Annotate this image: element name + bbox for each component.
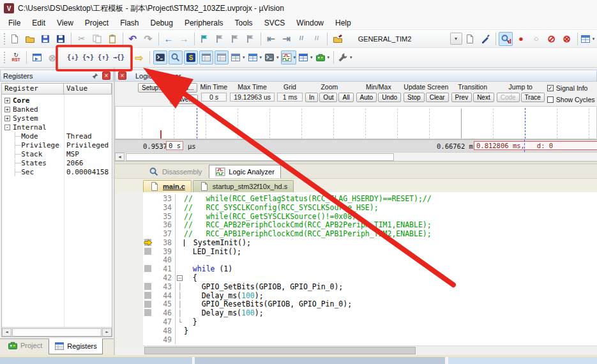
run-to-cursor-icon[interactable]: →{} bbox=[112, 50, 126, 64]
register-row[interactable]: ├─PrivilegePrivileged bbox=[2, 140, 112, 149]
load-button[interactable]: Load... bbox=[170, 83, 198, 93]
register-row[interactable]: ├─ModeThread bbox=[2, 132, 112, 140]
command-window-icon[interactable] bbox=[153, 50, 167, 64]
tree-toggle-icon[interactable]: + bbox=[4, 116, 10, 121]
file-extensions-icon[interactable] bbox=[463, 32, 477, 46]
step-out-icon[interactable]: {↑} bbox=[96, 50, 110, 64]
tree-toggle-icon[interactable]: + bbox=[4, 98, 10, 103]
scroll-left-icon[interactable]: ◄ bbox=[115, 153, 125, 161]
breakpoint-gutter[interactable] bbox=[143, 212, 153, 221]
clear-bookmarks-icon[interactable] bbox=[243, 32, 257, 46]
menu-view[interactable]: View bbox=[51, 17, 79, 29]
code-text[interactable]: // RCC_APB2PeriphClockCmd(RCC_APB2Periph… bbox=[184, 220, 597, 229]
code-text[interactable]: SystemInit(); bbox=[184, 238, 597, 247]
code-text[interactable]: } bbox=[184, 317, 597, 326]
target-select-dropdown[interactable]: ▾ bbox=[450, 33, 462, 45]
stop-button[interactable]: Stop bbox=[404, 93, 425, 102]
insert-breakpoint-icon[interactable]: ● bbox=[514, 32, 528, 46]
register-row[interactable]: +Banked bbox=[2, 105, 112, 114]
menu-edit[interactable]: Edit bbox=[26, 17, 51, 29]
toolbar-drag-handle[interactable] bbox=[4, 52, 6, 63]
code-text[interactable]: // RCC_APB1PeriphClockCmd(RCC_APB1Periph… bbox=[184, 229, 597, 238]
breakpoint-gutter[interactable] bbox=[143, 194, 153, 203]
next-button[interactable]: Next bbox=[473, 93, 494, 102]
code-text[interactable]: } bbox=[184, 326, 597, 335]
memory-window-icon[interactable]: ▾ bbox=[247, 50, 263, 64]
toolbar-drag-handle[interactable] bbox=[4, 33, 5, 45]
code-text[interactable]: GPIO_SetBits(GPIOB, GPIO_Pin_0); bbox=[184, 282, 597, 291]
copy-icon[interactable] bbox=[90, 32, 104, 46]
checkbox-show-cycles[interactable] bbox=[547, 96, 554, 103]
menu-window[interactable]: Window bbox=[291, 17, 329, 29]
code-view[interactable]: 33// while(RCC_GetFlagStatus(RCC_FLAG_HS… bbox=[143, 192, 597, 345]
dock-tab-disassembly[interactable]: Disassembly bbox=[143, 166, 208, 178]
pin-icon[interactable] bbox=[91, 72, 100, 80]
breakpoint-gutter[interactable] bbox=[143, 273, 153, 282]
code-text[interactable]: { bbox=[184, 273, 597, 282]
register-row[interactable]: ├─Sec0.00004158 bbox=[2, 167, 112, 176]
window-layout-icon[interactable]: ▾ bbox=[580, 32, 594, 46]
disassembly-window-icon[interactable] bbox=[169, 50, 183, 64]
column-value[interactable]: Value bbox=[64, 84, 112, 95]
breakpoint-gutter[interactable] bbox=[143, 308, 153, 317]
code-text[interactable]: // while(RCC_GetSYSCLKSource()!=0x08); bbox=[184, 212, 597, 221]
in-button[interactable]: In bbox=[305, 93, 318, 102]
checkbox-signal-info[interactable]: ✓ bbox=[547, 85, 554, 91]
serial-window-icon[interactable]: ▾ bbox=[264, 50, 280, 64]
column-register[interactable]: Register bbox=[2, 84, 64, 95]
code-text[interactable]: LED_Init(); bbox=[184, 247, 597, 256]
code-text[interactable]: while (1) bbox=[184, 264, 597, 273]
breakpoint-gutter[interactable] bbox=[143, 264, 153, 273]
menu-project[interactable]: Project bbox=[79, 17, 114, 29]
scroll-thumb[interactable] bbox=[144, 347, 416, 354]
breakpoint-gutter[interactable] bbox=[143, 203, 153, 212]
setup-button[interactable]: Setup... bbox=[138, 83, 167, 93]
unindent-icon[interactable]: ⇤ bbox=[264, 32, 278, 46]
dock-tab-logic-analyzer[interactable]: Logic Analyzer bbox=[209, 165, 281, 178]
kill-all-breakpoints-icon[interactable]: ⊗ bbox=[560, 32, 574, 46]
step-over-icon[interactable]: {↷} bbox=[81, 50, 95, 64]
clear-button[interactable]: Clear bbox=[426, 93, 449, 102]
prev-button[interactable]: Prev bbox=[451, 93, 472, 102]
close-icon[interactable]: × bbox=[102, 72, 110, 80]
new-file-icon[interactable] bbox=[8, 32, 22, 46]
code-text[interactable]: Delay_ms(100); bbox=[184, 308, 597, 317]
breakpoint-gutter[interactable] bbox=[143, 300, 153, 309]
system-viewer-icon[interactable]: ▾ bbox=[298, 50, 314, 64]
toolbox-icon[interactable]: ▾ bbox=[315, 50, 331, 64]
forward-icon[interactable]: → bbox=[177, 32, 191, 46]
save-all-icon[interactable] bbox=[54, 32, 68, 46]
enable-breakpoint-icon[interactable]: ○ bbox=[529, 32, 543, 46]
breakpoint-gutter[interactable] bbox=[143, 256, 153, 265]
stop-icon[interactable]: ⊗ bbox=[45, 50, 59, 64]
manage-environment-icon[interactable] bbox=[478, 32, 492, 46]
back-icon[interactable]: ← bbox=[162, 32, 176, 46]
breakpoint-gutter[interactable] bbox=[143, 229, 153, 238]
tree-toggle-icon[interactable]: + bbox=[4, 107, 10, 112]
breakpoint-gutter[interactable] bbox=[143, 282, 153, 291]
auto-button[interactable]: Auto bbox=[356, 93, 377, 102]
insert-bookmark-icon[interactable] bbox=[197, 32, 211, 46]
register-row[interactable]: +System bbox=[2, 114, 112, 123]
undo-icon[interactable]: ↶ bbox=[126, 32, 140, 46]
menu-peripherals[interactable]: Peripherals bbox=[179, 17, 229, 29]
run-icon[interactable] bbox=[30, 50, 44, 64]
registers-hscrollbar[interactable]: ◄ ► bbox=[2, 327, 112, 337]
scroll-thumb[interactable] bbox=[126, 153, 394, 161]
all-button[interactable]: All bbox=[338, 93, 353, 102]
step-into-icon[interactable]: {↓} bbox=[66, 50, 80, 64]
menu-file[interactable]: File bbox=[3, 17, 26, 29]
save-icon[interactable] bbox=[38, 32, 52, 46]
breakpoint-gutter[interactable] bbox=[143, 238, 153, 247]
menu-debug[interactable]: Debug bbox=[145, 17, 179, 29]
fold-margin[interactable]: − bbox=[176, 275, 184, 281]
editor-hscrollbar[interactable] bbox=[143, 345, 597, 355]
scroll-left-icon[interactable]: ◄ bbox=[2, 328, 11, 337]
close-icon[interactable]: × bbox=[118, 72, 126, 80]
editor-tab-startup-stm32f10x-hd-s[interactable]: startup_stm32f10x_hd.s bbox=[193, 180, 294, 192]
paste-icon[interactable] bbox=[105, 32, 119, 46]
registers-window-icon[interactable] bbox=[199, 50, 213, 64]
menu-help[interactable]: Help bbox=[329, 17, 357, 29]
scroll-thumb[interactable] bbox=[12, 328, 102, 337]
show-current-statement-icon[interactable]: ⇨ bbox=[132, 50, 146, 64]
